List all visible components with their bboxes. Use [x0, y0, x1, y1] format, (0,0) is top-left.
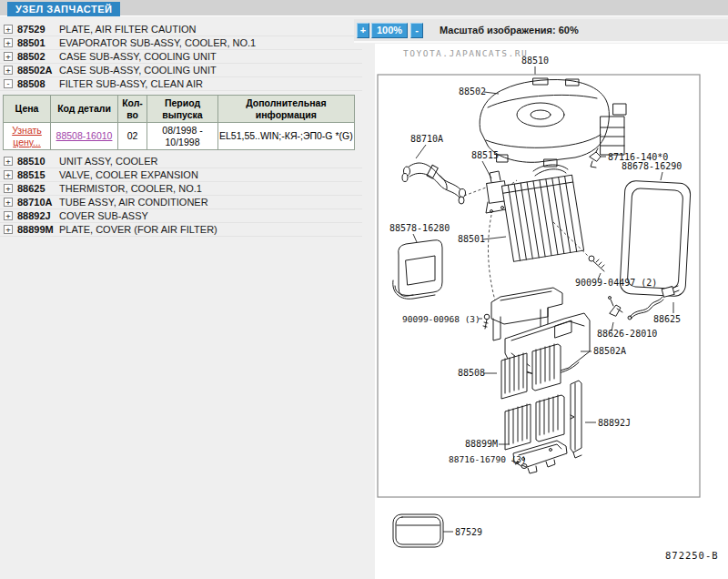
expand-toggle-icon[interactable]: +	[4, 184, 13, 193]
part-code: 88625	[17, 183, 59, 194]
diagram-label-88515: 88515	[471, 150, 499, 160]
part-name: CASE SUB-ASSY, COOLING UNIT	[59, 51, 217, 62]
diagram-label-87116: 87116-140*0	[608, 152, 668, 162]
expand-toggle-icon[interactable]: +	[4, 211, 13, 220]
col-header-qty: Кол-во	[118, 96, 147, 123]
parts-diagram: TOYOTA.JAPANCATS.RU 88510 88502 88710A	[375, 44, 728, 579]
part-code: 88710A	[17, 197, 59, 208]
parts-tree-top: + 87529 PLATE, AIR FILTER CAUTION + 8850…	[0, 16, 375, 91]
title-bar: УЗЕЛ ЗАПЧАСТЕЙ	[0, 0, 728, 16]
diagram-label-88508: 88508	[458, 368, 485, 378]
plate-87529-drawing	[393, 514, 443, 547]
parts-list-item-88502A[interactable]: + 88502A CASE SUB-ASSY, COOLING UNIT	[0, 64, 362, 77]
part-code: 88508	[17, 78, 59, 89]
part-code: 88501	[17, 37, 59, 48]
expand-toggle-icon[interactable]: +	[4, 170, 13, 179]
parts-list-item-88625[interactable]: + 88625 THERMISTOR, COOLER, NO.1	[0, 182, 362, 196]
parts-list-item-88501[interactable]: + 88501 EVAPORATOR SUB-ASSY, COOLER, NO.…	[0, 36, 362, 50]
parts-tree-bottom: + 88510 UNIT ASSY, COOLER + 88515 VALVE,…	[0, 153, 375, 237]
diagram-label-88899M: 88899M	[465, 439, 498, 449]
part-code: 88515	[17, 169, 59, 180]
diagram-label-88626: 88626-28010	[597, 329, 657, 339]
part-name: UNIT ASSY, COOLER	[59, 156, 157, 167]
expand-toggle-icon[interactable]: +	[4, 66, 13, 75]
diagram-label-88502: 88502	[459, 86, 486, 96]
zoom-level-button[interactable]: 100%	[371, 23, 408, 38]
diagram-label-88892J: 88892J	[598, 418, 631, 428]
parts-list-item-88515[interactable]: + 88515 VALVE, COOLER EXPANSION	[0, 168, 362, 182]
diagram-label-88501: 88501	[458, 234, 485, 244]
part-name: TUBE ASSY, AIR CONDITIONER	[59, 197, 208, 208]
part-code: 88892J	[17, 210, 59, 221]
parts-list-item-88710A[interactable]: + 88710A TUBE ASSY, AIR CONDITIONER	[0, 196, 362, 209]
part-name: CASE SUB-ASSY, COOLING UNIT	[59, 65, 217, 76]
watermark-text: TOYOTA.JAPANCATS.RU	[403, 48, 528, 58]
diagram-label-88578: 88578-16280	[389, 223, 450, 233]
expand-toggle-icon[interactable]: +	[4, 25, 13, 34]
part-code: 88899M	[17, 224, 59, 235]
image-scale-label: Масштаб изображения: 60%	[440, 25, 579, 36]
table-header-row: Цена Код детали Кол-во Период выпуска До…	[4, 96, 355, 123]
tube-88710A-drawing	[402, 163, 466, 204]
part-code: 88510	[17, 156, 59, 167]
zoom-in-button[interactable]: +	[357, 23, 369, 38]
part-name: PLATE, COVER (FOR AIR FILTER)	[59, 224, 217, 235]
expand-toggle-icon[interactable]: +	[4, 38, 13, 47]
col-header-price: Цена	[4, 96, 51, 123]
case-88502-drawing	[480, 78, 626, 167]
parts-list-item-87529[interactable]: + 87529 PLATE, AIR FILTER CAUTION	[0, 23, 362, 36]
part-name: THERMISTOR, COOLER, NO.1	[59, 183, 202, 194]
part-name: EVAPORATOR SUB-ASSY, COOLER, NO.1	[59, 37, 256, 48]
evaporator-88501-drawing	[501, 165, 583, 261]
expand-toggle-icon[interactable]: +	[4, 198, 13, 207]
diagram-canvas: TOYOTA.JAPANCATS.RU 88510 88502 88710A	[375, 44, 728, 579]
parts-list-item-88892J[interactable]: + 88892J COVER SUB-ASSY	[0, 209, 362, 223]
parts-list-panel: + 87529 PLATE, AIR FILTER CAUTION + 8850…	[0, 16, 375, 579]
col-header-info: Дополнительная информация	[218, 96, 355, 123]
part-code: 87529	[17, 24, 59, 35]
diagram-label-88710A: 88710A	[410, 134, 443, 144]
diagram-label-90099-00968: 90099-00968 (3)	[402, 314, 480, 324]
part-name: FILTER SUB-ASSY, CLEAN AIR	[59, 78, 203, 89]
parts-list-item-88899M[interactable]: + 88899M PLATE, COVER (FOR AIR FILTER)	[0, 223, 362, 237]
table-row: Узнать цену... 88508-16010 02 08/1998 - …	[4, 123, 355, 150]
diagram-label-88625: 88625	[653, 314, 681, 324]
period-cell: 08/1998 - 10/1998	[147, 123, 218, 150]
col-header-period: Период выпуска	[147, 96, 218, 123]
packing-88578-drawing	[393, 240, 442, 300]
part-name: VALVE, COOLER EXPANSION	[59, 169, 198, 180]
clip-88626-drawing	[609, 297, 623, 317]
parts-list-item-88502[interactable]: + 88502 CASE SUB-ASSY, COOLING UNIT	[0, 50, 362, 64]
expand-toggle-icon[interactable]: +	[4, 225, 13, 234]
diagram-label-88716: 88716-16790 (3)	[449, 454, 527, 464]
part-detail-table: Цена Код детали Кол-во Период выпуска До…	[3, 95, 355, 150]
col-header-code: Код детали	[51, 96, 118, 123]
diagram-label-88678: 88678-16290	[622, 161, 682, 171]
part-name: PLATE, AIR FILTER CAUTION	[59, 24, 197, 35]
diagram-label-88502A: 88502A	[593, 346, 626, 356]
parts-list-item-88510[interactable]: + 88510 UNIT ASSY, COOLER	[0, 155, 362, 168]
filter-88508-drawing	[501, 344, 564, 450]
quantity-cell: 02	[118, 123, 147, 150]
expand-toggle-icon[interactable]: +	[4, 157, 13, 166]
price-request-link[interactable]: Узнать цену...	[12, 125, 42, 147]
collapse-toggle-icon[interactable]: -	[4, 79, 13, 88]
part-code: 88502A	[17, 65, 59, 76]
cover-88892J-drawing	[571, 381, 581, 458]
page-title: УЗЕЛ ЗАПЧАСТЕЙ	[7, 2, 120, 17]
part-name: COVER SUB-ASSY	[59, 210, 148, 221]
diagram-label-90099-04497: 90099-04497 (2)	[575, 278, 657, 288]
diagram-label-88510: 88510	[521, 56, 549, 66]
parts-list-item-88508[interactable]: - 88508 FILTER SUB-ASSY, CLEAN AIR	[0, 77, 362, 91]
zoom-out-button[interactable]: -	[410, 23, 423, 38]
expand-toggle-icon[interactable]: +	[4, 52, 13, 61]
part-number-link[interactable]: 88508-16010	[56, 130, 113, 141]
drawing-number: 872250-B	[665, 550, 719, 561]
zoom-toolbar: + 100% - Масштаб изображения: 60%	[354, 19, 728, 43]
diagram-label-87529: 87529	[455, 527, 482, 537]
info-cell: EL51,55..WIN;-КЯ-;ЭП0-G *(G)	[218, 123, 355, 150]
part-code: 88502	[17, 51, 59, 62]
